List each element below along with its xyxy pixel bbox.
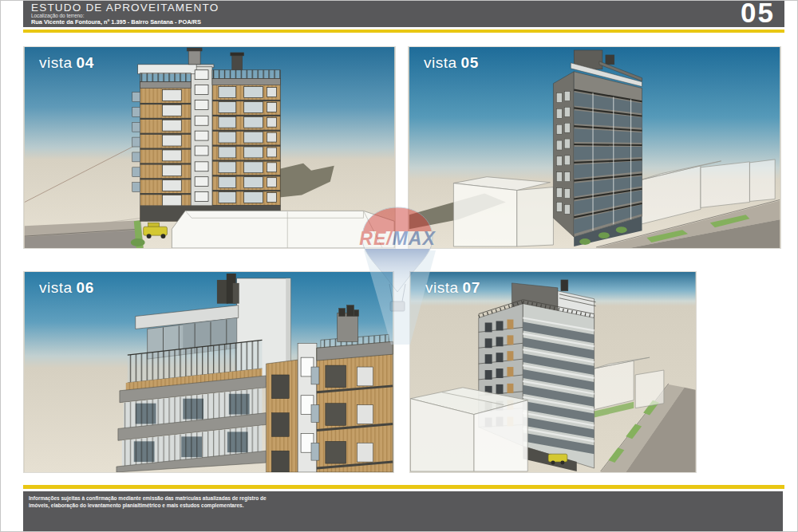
side-balconies-04 xyxy=(132,93,140,192)
footer-yellow-rule xyxy=(23,485,784,489)
vista-04-panel: vista04 xyxy=(23,46,396,249)
vista-07-label: vista07 xyxy=(425,279,480,297)
vista-06-render xyxy=(24,272,393,472)
foreground-white-building-04 xyxy=(172,211,394,248)
location-label: Localização do terreno: xyxy=(31,13,84,18)
location-address: Rua Vicente da Fontoura, nº 1.395 - Bair… xyxy=(31,18,201,26)
page-header: ESTUDO DE APROVEITAMENTO Localização do … xyxy=(23,1,784,27)
disclaimer-text: Informações sujeitas à confirmação media… xyxy=(29,495,268,510)
vista-07-render xyxy=(410,272,696,472)
vista-05-panel: vista05 xyxy=(408,46,781,249)
vista-05-label: vista05 xyxy=(424,54,479,72)
page-title: ESTUDO DE APROVEITAMENTO xyxy=(31,2,219,14)
vista-05-render xyxy=(409,47,780,248)
mid-column-windows-06 xyxy=(271,375,289,472)
page-footer: Informações sujeitas à confirmação media… xyxy=(23,491,783,532)
study-page: { "header": { "title": "ESTUDO DE APROVE… xyxy=(0,0,798,532)
page-number: 05 xyxy=(741,0,775,29)
vista-04-render xyxy=(24,47,395,248)
header-yellow-rule xyxy=(23,30,784,33)
windows-center-04 xyxy=(195,70,208,202)
vista-04-label: vista04 xyxy=(39,54,94,72)
vista-07-panel: vista07 xyxy=(409,271,697,473)
foreground-white-box-07 xyxy=(410,388,527,471)
vista-06-label: vista06 xyxy=(39,279,94,297)
vista-06-panel: vista06 xyxy=(23,271,394,473)
